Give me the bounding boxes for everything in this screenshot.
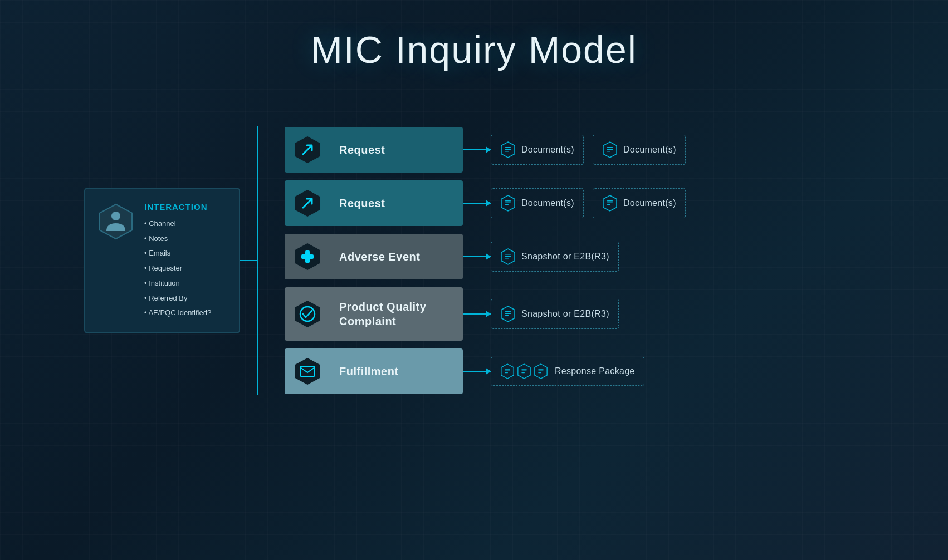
interaction-box: INTERACTION • Channel • Notes • Emails •… bbox=[84, 188, 240, 334]
row-card-fulfillment: Fulfillment bbox=[285, 348, 463, 394]
doc-group-4: Snapshot or E2B(R3) bbox=[491, 299, 619, 329]
interaction-content: INTERACTION • Channel • Notes • Emails •… bbox=[144, 202, 211, 320]
interaction-item-aepqc: • AE/PQC Identified? bbox=[144, 307, 211, 319]
doc-label-1a: Document(s) bbox=[521, 145, 574, 155]
doc-label-2b: Document(s) bbox=[623, 198, 676, 208]
svg-rect-45 bbox=[538, 371, 543, 371]
row-label-adverse: Adverse Event bbox=[330, 250, 420, 263]
row-connector-1 bbox=[463, 149, 491, 150]
svg-rect-22 bbox=[301, 254, 314, 259]
doc-group-2: Document(s) Document(s) bbox=[491, 188, 686, 218]
row-icon-pqc bbox=[285, 287, 330, 341]
interaction-item-requester: • Requester bbox=[144, 263, 211, 274]
doc-box-2a: Document(s) bbox=[491, 188, 584, 218]
row-fulfillment: Fulfillment bbox=[285, 348, 686, 394]
svg-rect-32 bbox=[505, 315, 509, 316]
row-label-request-2: Request bbox=[330, 197, 385, 210]
doc-box-3a: Snapshot or E2B(R3) bbox=[491, 242, 619, 272]
doc-label-3a: Snapshot or E2B(R3) bbox=[521, 252, 609, 262]
svg-rect-17 bbox=[607, 200, 613, 202]
svg-rect-31 bbox=[505, 313, 511, 315]
interaction-item-referred: • Referred By bbox=[144, 293, 211, 304]
row-card-request-2: Request bbox=[285, 180, 463, 226]
doc-label-2a: Document(s) bbox=[521, 198, 574, 208]
row-icon-request-1 bbox=[285, 127, 330, 173]
svg-marker-0 bbox=[100, 204, 132, 239]
doc-group-3: Snapshot or E2B(R3) bbox=[491, 242, 619, 272]
doc-group-1: Document(s) Document(s) bbox=[491, 135, 686, 165]
svg-rect-6 bbox=[505, 151, 509, 152]
doc-label-1b: Document(s) bbox=[623, 145, 676, 155]
row-card-request-1: Request bbox=[285, 127, 463, 173]
interaction-item-emails: • Emails bbox=[144, 248, 211, 259]
doc-label-4a: Snapshot or E2B(R3) bbox=[521, 309, 609, 319]
doc-box-4a: Snapshot or E2B(R3) bbox=[491, 299, 619, 329]
diagram-container: INTERACTION • Channel • Notes • Emails •… bbox=[84, 105, 864, 416]
interaction-item-institution: • Institution bbox=[144, 278, 211, 289]
interaction-item-channel: • Channel bbox=[144, 218, 211, 230]
svg-rect-18 bbox=[607, 203, 613, 204]
row-request-1: Request Document(s) bbox=[285, 127, 686, 173]
svg-marker-33 bbox=[295, 357, 320, 385]
row-connector-4 bbox=[463, 313, 491, 315]
interaction-item-notes: • Notes bbox=[144, 233, 211, 245]
svg-rect-40 bbox=[521, 369, 526, 369]
row-icon-fulfillment bbox=[285, 348, 330, 394]
svg-rect-15 bbox=[505, 204, 509, 205]
page-title: MIC Inquiry Model bbox=[311, 28, 637, 71]
row-connector-3 bbox=[463, 256, 491, 257]
row-card-pqc: Product QualityComplaint bbox=[285, 287, 463, 341]
row-card-adverse: Adverse Event bbox=[285, 234, 463, 279]
svg-rect-8 bbox=[607, 147, 613, 148]
svg-rect-38 bbox=[505, 372, 508, 373]
svg-rect-5 bbox=[505, 149, 511, 150]
row-label-fulfillment: Fulfillment bbox=[330, 365, 399, 378]
svg-rect-13 bbox=[505, 200, 511, 202]
svg-rect-9 bbox=[607, 149, 613, 150]
svg-rect-24 bbox=[505, 254, 511, 255]
svg-rect-19 bbox=[607, 204, 610, 205]
row-connector-5 bbox=[463, 371, 491, 372]
svg-rect-44 bbox=[538, 369, 543, 369]
doc-label-5-response: Response Package bbox=[555, 366, 635, 376]
row-icon-request-2 bbox=[285, 180, 330, 226]
svg-rect-42 bbox=[521, 372, 525, 373]
svg-rect-36 bbox=[505, 369, 510, 369]
svg-rect-10 bbox=[607, 151, 610, 152]
svg-rect-14 bbox=[505, 203, 511, 204]
doc-box-2b: Document(s) bbox=[593, 188, 686, 218]
interaction-hex-icon bbox=[96, 202, 135, 241]
row-pqc: Product QualityComplaint Snapshot or E2B… bbox=[285, 287, 686, 341]
interaction-title: INTERACTION bbox=[144, 202, 211, 212]
svg-rect-4 bbox=[505, 147, 511, 148]
doc-box-5-triple: Response Package bbox=[491, 357, 644, 386]
svg-rect-26 bbox=[505, 258, 509, 259]
row-connector-2 bbox=[463, 203, 491, 204]
doc-box-1b: Document(s) bbox=[593, 135, 686, 165]
svg-point-1 bbox=[111, 212, 120, 220]
svg-rect-41 bbox=[521, 371, 526, 371]
row-icon-adverse bbox=[285, 234, 330, 279]
svg-marker-27 bbox=[295, 300, 320, 328]
doc-box-1a: Document(s) bbox=[491, 135, 584, 165]
svg-rect-25 bbox=[505, 256, 511, 257]
row-request-2: Request Document(s) bbox=[285, 180, 686, 226]
svg-rect-37 bbox=[505, 371, 510, 371]
row-label-pqc: Product QualityComplaint bbox=[330, 299, 426, 328]
row-label-request-1: Request bbox=[330, 144, 385, 156]
row-adverse-event: Adverse Event Snapshot or E2B(R3) bbox=[285, 234, 686, 279]
svg-rect-30 bbox=[505, 311, 511, 312]
rows-section: Request Document(s) bbox=[285, 127, 686, 394]
svg-rect-46 bbox=[538, 372, 541, 373]
